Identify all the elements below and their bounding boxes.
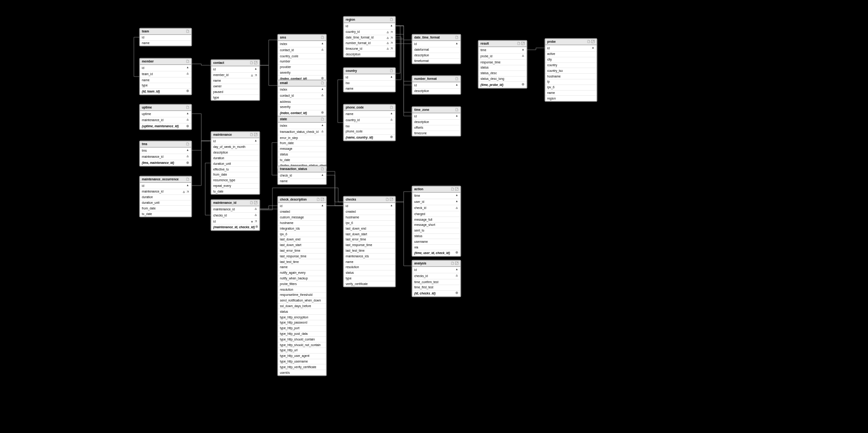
entity-header[interactable]: checks	[344, 197, 395, 203]
column-row[interactable]: paused	[211, 89, 259, 94]
entity-header[interactable]: country	[344, 68, 395, 74]
column-row[interactable]: checks_id	[211, 212, 259, 218]
column-row[interactable]: description	[412, 88, 460, 94]
column-row[interactable]: dateformat	[412, 47, 460, 53]
column-row[interactable]: country_id	[344, 29, 395, 35]
column-row[interactable]: time_first_test	[412, 285, 460, 290]
column-row[interactable]: country_code	[278, 53, 326, 59]
column-row[interactable]: description	[344, 51, 395, 57]
entity-member[interactable]: memberidteam_idnametype(id, team_id)	[140, 58, 192, 95]
column-row[interactable]: type	[344, 276, 395, 281]
column-row[interactable]: status_desc	[479, 70, 527, 76]
column-row[interactable]: uptime	[140, 111, 191, 117]
column-row[interactable]: message_short	[412, 222, 460, 228]
entity-uptime[interactable]: uptimeuptimemaintenance_id(uptime, maint…	[140, 104, 192, 130]
column-row[interactable]: check_id	[278, 172, 326, 178]
entity-header[interactable]: maintenance_id	[211, 200, 259, 206]
column-row[interactable]: member_id	[211, 72, 259, 78]
column-row[interactable]: last_down_end	[344, 225, 395, 231]
entity-phone_code[interactable]: phone_codenamecountry_idisophone_code(na…	[343, 104, 395, 141]
column-row[interactable]: country_id	[344, 117, 395, 123]
entity-header[interactable]: team	[140, 29, 191, 35]
entity-header[interactable]: date_time_format	[412, 35, 460, 41]
column-row[interactable]: day_of_week_in_month	[211, 144, 259, 150]
column-row[interactable]: to_date	[278, 157, 326, 162]
entity-header[interactable]: email	[278, 80, 326, 86]
column-row[interactable]: time	[479, 47, 527, 53]
column-row[interactable]: from_date	[211, 172, 259, 178]
column-row[interactable]: id	[211, 218, 259, 224]
column-row[interactable]: user_id	[412, 199, 460, 205]
entity-tms[interactable]: tmstmsmaintenance_id(tms, maintenance_id…	[140, 141, 192, 166]
column-row[interactable]: charged	[412, 211, 460, 216]
column-row[interactable]: region	[545, 95, 597, 101]
column-row[interactable]: (time, probe_id)	[479, 81, 527, 87]
column-row[interactable]: name	[140, 77, 191, 83]
column-row[interactable]: type_http_username	[278, 359, 326, 364]
entity-header[interactable]: member	[140, 59, 191, 65]
column-row[interactable]: maintenance_id	[140, 117, 191, 123]
column-row[interactable]: active	[545, 51, 597, 57]
entity-header[interactable]: sms	[278, 35, 326, 41]
entity-header[interactable]: contact	[211, 60, 259, 66]
entity-header[interactable]: state	[278, 116, 326, 123]
column-row[interactable]: id	[211, 66, 259, 72]
column-row[interactable]: id	[344, 74, 395, 80]
column-row[interactable]: iso	[344, 123, 395, 129]
column-row[interactable]: (maintenance_id, checks_id)	[211, 224, 259, 230]
column-row[interactable]: effective_to	[211, 166, 259, 172]
column-row[interactable]: index	[278, 123, 326, 129]
diagram-canvas[interactable]: teamidnamememberidteam_idnametype(id, te…	[0, 0, 868, 433]
column-row[interactable]: team_id	[140, 71, 191, 77]
column-row[interactable]: type_http_user_agent	[278, 353, 326, 359]
column-row[interactable]: username	[412, 239, 460, 244]
column-row[interactable]: id	[140, 65, 191, 71]
entity-probe[interactable]: probeidactivecitycountrycountry_isohostn…	[545, 39, 597, 101]
column-row[interactable]: country	[545, 62, 597, 68]
column-row[interactable]: type_http_verify_certificate	[278, 364, 326, 370]
column-row[interactable]: (index, contact_id)	[278, 110, 326, 116]
column-row[interactable]: duration	[211, 155, 259, 161]
column-row[interactable]: address	[278, 99, 326, 104]
column-row[interactable]: timeformat	[412, 58, 460, 64]
column-row[interactable]: (id, checks_id)	[412, 290, 460, 296]
column-row[interactable]: ipv_6	[344, 220, 395, 226]
column-row[interactable]: userids	[278, 370, 326, 375]
column-row[interactable]: name	[344, 259, 395, 264]
column-row[interactable]: (id, team_id)	[140, 88, 191, 94]
column-row[interactable]: response_time	[479, 59, 527, 65]
entity-header[interactable]: probe	[545, 39, 597, 45]
entity-contact[interactable]: contactidmember_idnameownerpausedtype	[211, 60, 260, 101]
column-row[interactable]: duration_unit	[211, 161, 259, 166]
column-row[interactable]: probe_filters	[278, 281, 326, 286]
column-row[interactable]: city	[545, 57, 597, 62]
entity-state[interactable]: stateindextransaction_status_check_iderr…	[278, 116, 326, 169]
column-row[interactable]: id	[412, 82, 460, 88]
column-row[interactable]: integration_ids	[278, 225, 326, 231]
column-row[interactable]: maintenance_id	[211, 206, 259, 212]
column-row[interactable]: resolution	[344, 264, 395, 270]
column-row[interactable]: id	[412, 113, 460, 119]
column-row[interactable]: description	[412, 119, 460, 125]
column-row[interactable]: iso	[344, 80, 395, 86]
column-row[interactable]: ipv_6	[278, 231, 326, 237]
column-row[interactable]: owner	[211, 84, 259, 89]
column-row[interactable]: id	[211, 138, 259, 144]
column-row[interactable]: description	[412, 53, 460, 58]
entity-sms[interactable]: smsindexcontact_idcountry_codenumberprov…	[278, 34, 326, 82]
column-row[interactable]: status_desc_long	[479, 76, 527, 82]
entity-header[interactable]: maintenance_occurrence	[140, 177, 191, 183]
column-row[interactable]: status	[344, 270, 395, 276]
column-row[interactable]: notify_when_backup	[278, 276, 326, 281]
column-row[interactable]: probe_id	[479, 53, 527, 59]
column-row[interactable]: name	[140, 40, 191, 46]
column-row[interactable]: responsetime_threshold	[278, 292, 326, 298]
column-row[interactable]: from_date	[278, 140, 326, 146]
column-row[interactable]: status	[278, 309, 326, 314]
column-row[interactable]: index	[278, 41, 326, 47]
entity-header[interactable]: result	[479, 41, 527, 47]
entity-header[interactable]: phone_code	[344, 105, 395, 111]
column-row[interactable]: id	[344, 203, 395, 209]
column-row[interactable]: timezone	[412, 131, 460, 136]
entity-analysis[interactable]: analysisidchecks_idtime_confirm_testtime…	[412, 260, 461, 297]
